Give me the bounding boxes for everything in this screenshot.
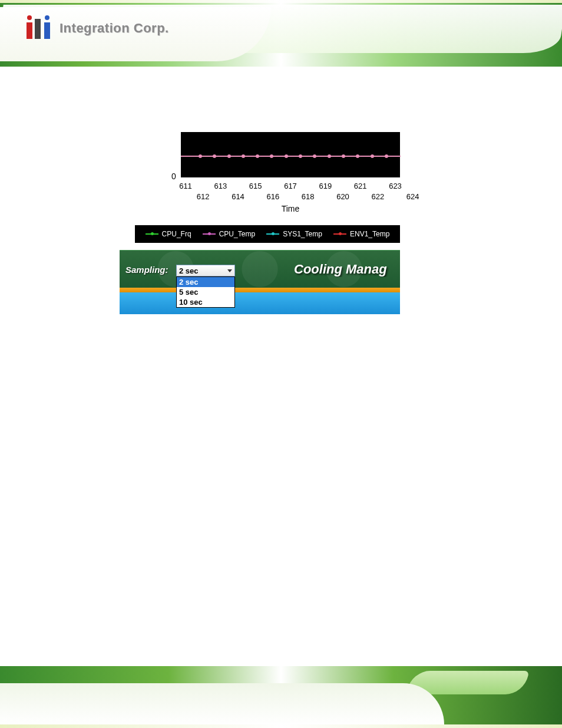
sampling-label: Sampling: xyxy=(125,265,168,275)
legend-label: ENV1_Temp xyxy=(350,230,389,238)
legend-label: SYS1_Temp xyxy=(283,230,322,238)
x-tick-label: 616 xyxy=(266,192,279,201)
x-tick-label: 620 xyxy=(336,192,349,201)
legend-label: CPU_Frq xyxy=(162,230,191,238)
logo: Integration Corp. xyxy=(27,18,169,39)
sampling-dropdown-selected[interactable]: 2 sec xyxy=(176,265,235,276)
iei-logo-icon xyxy=(27,18,55,39)
cooling-header-strip: Sampling: Cooling Manag 2 sec 2 sec 5 se… xyxy=(120,250,400,314)
sampling-option[interactable]: 5 sec xyxy=(177,287,234,297)
legend-item: ENV1_Temp xyxy=(333,230,389,238)
page-footer-decor xyxy=(0,666,562,728)
x-tick-label: 623 xyxy=(389,182,402,190)
legend-item: CPU_Frq xyxy=(146,230,191,238)
x-tick-label: 624 xyxy=(406,192,419,201)
x-tick-label: 611 xyxy=(179,182,192,190)
page-header-decor: Integration Corp. xyxy=(0,0,562,67)
sampling-option[interactable]: 2 sec xyxy=(177,277,234,287)
legend-swatch xyxy=(333,233,346,235)
chart: 0 611613615617619621623 6126146166186206… xyxy=(120,132,400,209)
x-tick-label: 613 xyxy=(214,182,227,190)
legend-item: CPU_Temp xyxy=(203,230,255,238)
x-axis-label: Time xyxy=(181,204,400,213)
sampling-selected-value: 2 sec xyxy=(179,266,199,275)
x-tick-label: 621 xyxy=(354,182,367,190)
x-tick-label: 615 xyxy=(249,182,262,190)
section-title: Cooling Manag xyxy=(294,262,400,277)
x-tick-label: 618 xyxy=(302,192,315,201)
legend-swatch xyxy=(203,233,216,235)
legend-swatch xyxy=(266,233,279,235)
y-tick-label: 0 xyxy=(171,172,176,181)
x-tick-label: 617 xyxy=(284,182,297,190)
strip-blue xyxy=(120,292,400,314)
chart-legend: CPU_Frq CPU_Temp SYS1_Temp ENV1_Temp xyxy=(135,225,400,243)
x-tick-label: 612 xyxy=(197,192,210,201)
sampling-dropdown[interactable]: 2 sec 2 sec 5 sec 10 sec xyxy=(176,265,235,308)
footer-sweep xyxy=(0,683,444,724)
legend-label: CPU_Temp xyxy=(219,230,255,238)
chart-series-points xyxy=(181,153,400,159)
legend-swatch xyxy=(146,233,158,235)
x-tick-label: 622 xyxy=(371,192,384,201)
strip-orange xyxy=(120,288,400,292)
sampling-dropdown-list[interactable]: 2 sec 5 sec 10 sec xyxy=(176,276,235,308)
legend-item: SYS1_Temp xyxy=(266,230,322,238)
x-tick-label: 614 xyxy=(232,192,244,201)
x-tick-label: 619 xyxy=(319,182,332,190)
chevron-down-icon xyxy=(227,269,232,272)
figure-screenshot: 0 611613615617619621623 6126146166186206… xyxy=(120,132,400,314)
sampling-option[interactable]: 10 sec xyxy=(177,297,234,307)
chart-plot-area xyxy=(181,132,400,177)
logo-text: Integration Corp. xyxy=(59,21,169,36)
